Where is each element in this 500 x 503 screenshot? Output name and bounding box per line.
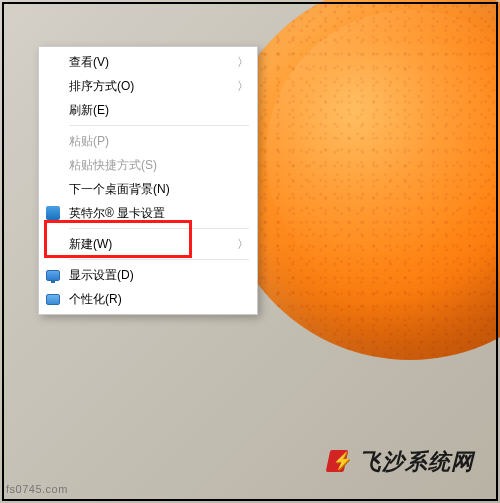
monitor-icon <box>45 267 61 283</box>
menu-item-refresh[interactable]: 刷新(E) <box>41 98 255 122</box>
menu-label-paste: 粘贴(P) <box>69 133 249 150</box>
watermark: ⚡ 飞沙系统网 <box>323 447 474 477</box>
menu-label-refresh: 刷新(E) <box>69 102 249 119</box>
menu-label-display: 显示设置(D) <box>69 267 249 284</box>
menu-label-new: 新建(W) <box>69 236 227 253</box>
menu-label-personalize: 个性化(R) <box>69 291 249 308</box>
menu-item-next-background[interactable]: 下一个桌面背景(N) <box>41 177 255 201</box>
menu-item-personalize[interactable]: 个性化(R) <box>41 287 255 311</box>
intel-icon <box>45 205 61 221</box>
watermark-url: fs0745.com <box>6 483 68 495</box>
menu-item-intel-graphics[interactable]: 英特尔® 显卡设置 <box>41 201 255 225</box>
submenu-arrow-icon: 〉 <box>227 236 249 253</box>
desktop-context-menu: 查看(V) 〉 排序方式(O) 〉 刷新(E) 粘贴(P) 粘贴快捷方式(S) … <box>38 46 258 315</box>
submenu-arrow-icon: 〉 <box>227 78 249 95</box>
menu-label-view: 查看(V) <box>69 54 227 71</box>
menu-label-paste-shortcut: 粘贴快捷方式(S) <box>69 157 249 174</box>
menu-item-display-settings[interactable]: 显示设置(D) <box>41 263 255 287</box>
watermark-logo-icon: ⚡ <box>323 448 351 476</box>
wallpaper-orange <box>220 0 500 360</box>
menu-item-view[interactable]: 查看(V) 〉 <box>41 50 255 74</box>
menu-separator <box>69 228 249 229</box>
menu-item-new[interactable]: 新建(W) 〉 <box>41 232 255 256</box>
submenu-arrow-icon: 〉 <box>227 54 249 71</box>
menu-label-sort: 排序方式(O) <box>69 78 227 95</box>
menu-item-sort[interactable]: 排序方式(O) 〉 <box>41 74 255 98</box>
desktop-background[interactable]: 查看(V) 〉 排序方式(O) 〉 刷新(E) 粘贴(P) 粘贴快捷方式(S) … <box>0 0 500 503</box>
personalize-icon <box>45 291 61 307</box>
menu-separator <box>69 125 249 126</box>
menu-separator <box>69 259 249 260</box>
menu-item-paste: 粘贴(P) <box>41 129 255 153</box>
watermark-brand-text: 飞沙系统网 <box>359 447 474 477</box>
menu-item-paste-shortcut: 粘贴快捷方式(S) <box>41 153 255 177</box>
menu-label-intel: 英特尔® 显卡设置 <box>69 205 249 222</box>
menu-label-next-bg: 下一个桌面背景(N) <box>69 181 249 198</box>
